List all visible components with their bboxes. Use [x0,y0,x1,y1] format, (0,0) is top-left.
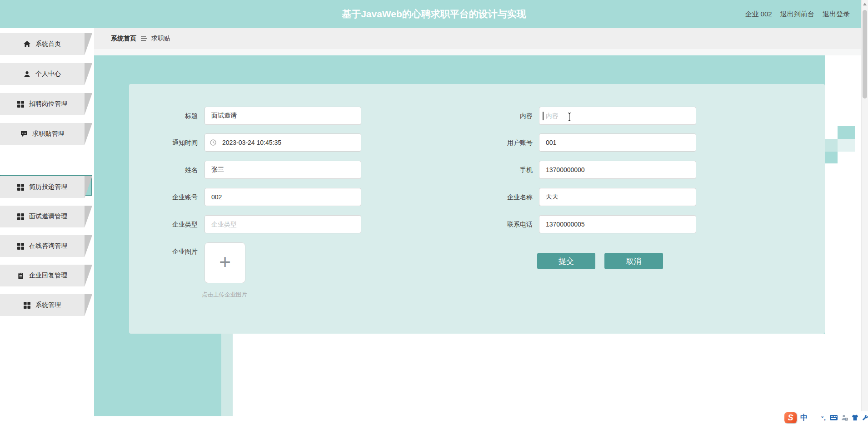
upload-hint: 点击上传企业图片 [188,291,261,299]
sidebar-item-label: 个人中心 [35,70,61,78]
field-label-contact-phone: 联系电话 [446,215,533,233]
sidebar-item-label: 企业回复管理 [29,271,67,280]
scrollbar-up-arrow-icon[interactable] [863,3,867,5]
field-label-company-name: 企业名称 [446,188,533,206]
scrollbar[interactable] [861,0,868,424]
grid-icon [17,243,24,250]
sidebar-item-system-mgmt[interactable]: 系统管理 [0,294,85,316]
field-label-company-type: 企业类型 [111,215,198,233]
ime-moon-icon[interactable] [811,414,818,421]
sidebar-item-label: 招聘岗位管理 [29,100,67,108]
ime-language-toggle[interactable]: 中 [800,413,808,423]
grid-icon [17,184,24,191]
text-caret [543,112,544,120]
company-image-upload[interactable]: + [205,242,245,283]
company-name-input[interactable] [539,188,696,206]
page-title: 基于JavaWeb的心聘求职平台的设计与实现 [0,0,868,28]
company-type-input[interactable] [205,215,361,233]
current-user-label: 企业 002 [745,10,772,18]
submit-button[interactable]: 提交 [537,253,595,269]
notify-time-input[interactable] [205,133,361,152]
chat-icon [20,131,28,138]
field-label-name: 姓名 [111,161,198,179]
sidebar-item-interview-invite-mgmt[interactable]: 面试邀请管理 [0,206,85,227]
ime-tshirt-icon[interactable] [852,414,858,421]
field-label-phone: 手机 [446,161,533,179]
sidebar-item-company-reply-mgmt[interactable]: 企业回复管理 [0,265,85,286]
exit-to-front-link[interactable]: 退出到前台 [780,10,814,18]
header: 基于JavaWeb的心聘求职平台的设计与实现 企业 002 退出到前台 退出登录 [0,0,868,28]
name-input[interactable] [205,161,361,179]
sidebar-item-label: 系统管理 [35,301,61,309]
scrollbar-thumb[interactable] [863,10,867,99]
content-input[interactable] [539,107,696,125]
sidebar-item-home[interactable]: 系统首页 [0,33,85,55]
company-account-input[interactable] [205,188,361,206]
stair-decoration [838,139,855,152]
header-right: 企业 002 退出到前台 退出登录 [738,0,850,28]
home-icon [24,41,30,48]
title-input[interactable] [205,107,361,125]
app-window: 基于JavaWeb的心聘求职平台的设计与实现 企业 002 退出到前台 退出登录… [0,0,868,424]
field-label-company-image: 企业图片 [111,242,198,261]
sidebar-item-job-post-mgmt[interactable]: 招聘岗位管理 [0,93,85,115]
user-account-input[interactable] [539,133,696,152]
background-strip [221,334,233,416]
stair-decoration [838,126,855,139]
field-label-company-account: 企业账号 [111,188,198,206]
sidebar-item-label: 系统首页 [35,40,61,48]
ime-skin-person-icon[interactable]: S [841,414,848,421]
sidebar-item-online-consult-mgmt[interactable]: 在线咨询管理 [0,235,85,257]
logout-link[interactable]: 退出登录 [823,10,850,18]
sidebar: 系统首页 个人中心 招聘岗位管理 求职贴管理 求职贴 简历投递管理 面试邀请管理 [0,28,94,424]
grid-icon [17,213,24,220]
ime-wrench-icon[interactable] [862,414,868,421]
grid-icon [24,302,30,309]
sidebar-item-profile[interactable]: 个人中心 [0,63,85,85]
contact-phone-input[interactable] [539,215,696,233]
sidebar-item-job-seek-mgmt[interactable]: 求职贴管理 [0,123,85,145]
sogou-logo-icon[interactable]: S [784,412,797,423]
breadcrumb-home[interactable]: 系统首页 [111,35,136,43]
sidebar-item-resume-delivery-mgmt[interactable]: 简历投递管理 [0,176,85,198]
ime-toolbar: S 中 °, S [783,411,868,424]
sidebar-item-label: 在线咨询管理 [29,242,67,250]
user-icon [24,71,30,78]
field-label-user-account: 用户账号 [446,133,533,152]
sidebar-item-label: 简历投递管理 [29,183,67,191]
clipboard-icon [17,272,24,279]
field-label-title: 标题 [111,107,198,125]
background-column [94,334,221,416]
field-label-notify-time: 通知时间 [111,133,198,152]
text-cursor-icon [567,112,572,122]
stair-decoration [823,139,838,152]
sidebar-item-label: 面试邀请管理 [29,212,67,221]
svg-text:S: S [845,418,847,420]
ime-keyboard-icon[interactable] [830,415,838,420]
breadcrumb-current: 求职贴 [151,35,170,43]
breadcrumb: 系统首页 求职贴 [94,28,868,49]
breadcrumb-substrip [94,49,868,55]
phone-input[interactable] [539,161,696,179]
field-label-content: 内容 [446,107,533,125]
stair-decoration [823,152,838,163]
cancel-button[interactable]: 取消 [604,253,663,269]
plus-icon: + [219,252,231,272]
breadcrumb-separator-icon [141,36,147,41]
sidebar-item-label: 求职贴管理 [33,130,65,138]
ime-punctuation-toggle[interactable]: °, [821,414,826,421]
grid-icon [17,101,24,108]
